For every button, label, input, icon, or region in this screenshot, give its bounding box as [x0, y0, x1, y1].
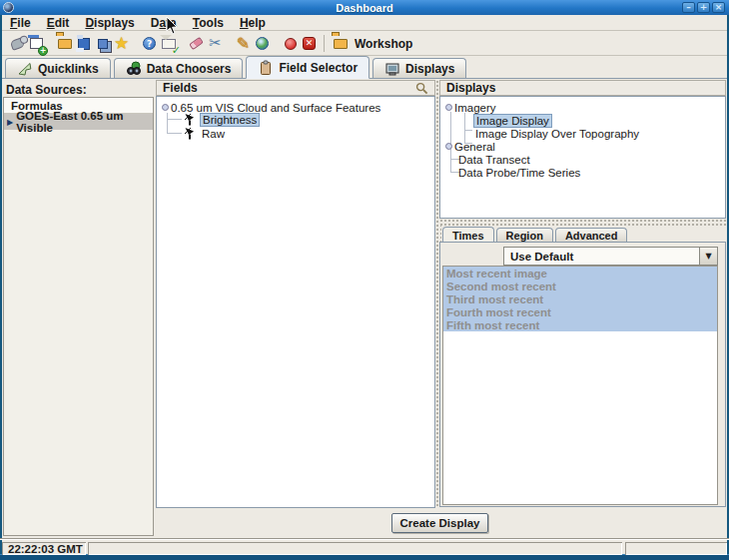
menu-edit[interactable]: Edit [47, 16, 70, 30]
record-icon[interactable] [282, 35, 299, 52]
binoculars-icon [126, 61, 142, 77]
menu-file[interactable]: File [10, 16, 31, 30]
quicklinks-icon [17, 61, 33, 77]
fields-panel-header: Fields [156, 80, 435, 96]
dashboard-icon[interactable] [9, 35, 26, 52]
open-folder-icon[interactable] [56, 35, 73, 52]
tree-node-image-display-topo[interactable]: Image Display Over Topography [473, 127, 641, 140]
tree-node-raw[interactable]: Raw [184, 127, 227, 140]
create-display-button[interactable]: Create Display [391, 513, 488, 533]
chevron-down-icon[interactable]: ▼ [699, 248, 717, 265]
button-label: Create Display [400, 517, 480, 529]
menu-label-part: isplays [94, 16, 135, 30]
data-source-item-selected[interactable]: ▶ GOES-East 0.65 um Visible [4, 114, 153, 130]
tree-connector [167, 113, 168, 134]
sub-tab-bar: Times Region Advanced [440, 226, 726, 243]
satellite-field-icon [184, 113, 197, 126]
tree-node-imagery[interactable]: Imagery [445, 101, 498, 114]
tab-field-selector[interactable]: Field Selector [246, 56, 369, 79]
close-button[interactable]: × [712, 2, 725, 13]
list-item-label: Fourth most recent [446, 306, 551, 318]
tree-connector [167, 133, 182, 134]
title-bar[interactable]: Dashboard – + × [0, 0, 729, 15]
cut-icon[interactable]: ✂ [207, 35, 224, 52]
favorites-star-icon[interactable]: ★ [113, 35, 130, 52]
menu-label-part: ools [199, 16, 224, 30]
support-email-icon[interactable] [160, 35, 177, 52]
tree-node-label[interactable]: Data Probe/Time Series [456, 167, 582, 179]
tree-node-label[interactable]: General [452, 141, 497, 153]
main-tab-bar: Quicklinks Data Choosers Field Selector … [2, 56, 727, 79]
tree-node-brightness[interactable]: Brightness [184, 113, 260, 126]
displays-title: Displays [446, 81, 495, 95]
tree-node-data-probe[interactable]: Data Probe/Time Series [456, 166, 582, 179]
status-memory-area [625, 542, 727, 555]
new-window-icon[interactable] [28, 35, 45, 52]
satellite-field-icon [184, 127, 197, 140]
mouse-cursor [165, 16, 179, 36]
dashboard-window: Dashboard – + × File Edit Displays Data … [0, 0, 729, 560]
tab-displays[interactable]: Displays [372, 58, 466, 78]
menu-tools[interactable]: Tools [193, 16, 224, 30]
list-item-label: Third most recent [446, 293, 543, 305]
tab-advanced[interactable]: Advanced [555, 228, 628, 243]
times-list-item[interactable]: Fifth most recent [443, 318, 717, 331]
tab-quicklinks[interactable]: Quicklinks [5, 58, 111, 78]
save-icon[interactable] [75, 35, 92, 52]
tree-node-image-display[interactable]: Image Display [473, 114, 552, 127]
tab-data-choosers[interactable]: Data Choosers [114, 58, 244, 78]
data-sources-header: Data Sources: [6, 83, 87, 97]
times-mode-combobox[interactable]: Use Default ▼ [503, 247, 718, 266]
combobox-value: Use Default [504, 248, 699, 265]
tree-expand-handle[interactable] [445, 104, 452, 111]
eraser-icon[interactable] [188, 35, 205, 52]
tree-node-label[interactable]: Raw [200, 128, 227, 140]
list-item-label: Second most recent [446, 280, 556, 292]
tree-node-label[interactable]: Image Display [473, 114, 552, 128]
window-title: Dashboard [0, 2, 729, 14]
tree-expand-handle[interactable] [162, 104, 169, 111]
times-list-item[interactable]: Fourth most recent [443, 305, 717, 318]
menu-displays[interactable]: Displays [85, 16, 134, 30]
times-list-item[interactable]: Most recent image [443, 267, 717, 280]
save-as-icon[interactable] [94, 35, 111, 52]
data-source-label: GOES-East 0.65 um Visible [16, 110, 153, 134]
monitor-icon [384, 61, 400, 77]
selection-arrow-icon: ▶ [7, 118, 13, 127]
times-list: Most recent image Second most recent Thi… [442, 266, 718, 505]
toolbar: ★ ? ✂ ✎ ✕ Workshop [2, 32, 727, 56]
tree-node-label[interactable]: Imagery [452, 102, 498, 114]
list-item-label: Most recent image [446, 268, 547, 280]
list-item-label: Fifth most recent [446, 319, 539, 331]
exit-icon[interactable]: ✕ [301, 35, 318, 52]
tree-expand-handle[interactable] [445, 143, 452, 150]
tab-label: Region [506, 230, 543, 242]
menu-mnemonic: D [85, 16, 94, 30]
magnifier-icon[interactable] [415, 82, 428, 95]
globe-icon[interactable] [254, 35, 271, 52]
tree-node-label[interactable]: Data Transect [456, 154, 532, 166]
tree-node-label[interactable]: Image Display Over Topography [473, 128, 641, 140]
menu-mnemonic: H [240, 16, 249, 30]
toolbar-separator [324, 35, 325, 52]
clipboard-icon [258, 60, 274, 76]
tab-label: Quicklinks [38, 62, 99, 76]
menu-label-part: elp [249, 16, 266, 30]
panel-splitter-horizontal[interactable] [439, 219, 726, 226]
menu-help[interactable]: Help [240, 16, 266, 30]
tab-region[interactable]: Region [496, 228, 553, 243]
times-list-item[interactable]: Third most recent [443, 292, 717, 305]
clock-display: 22:22:03 GMT [2, 542, 86, 555]
tab-label: Data Choosers [147, 62, 232, 76]
times-list-item[interactable]: Second most recent [443, 280, 717, 292]
minimize-button[interactable]: – [682, 2, 695, 13]
tree-node-data-transect[interactable]: Data Transect [456, 153, 532, 166]
tree-node-general[interactable]: General [445, 140, 497, 153]
workshop-folder-icon[interactable] [332, 35, 349, 52]
help-icon[interactable]: ? [141, 35, 158, 52]
maximize-button[interactable]: + [697, 2, 710, 13]
window-frame-left [0, 15, 2, 555]
status-message-area [88, 542, 622, 555]
edit-pencil-icon[interactable]: ✎ [235, 35, 252, 52]
tree-node-label[interactable]: Brightness [200, 113, 260, 127]
